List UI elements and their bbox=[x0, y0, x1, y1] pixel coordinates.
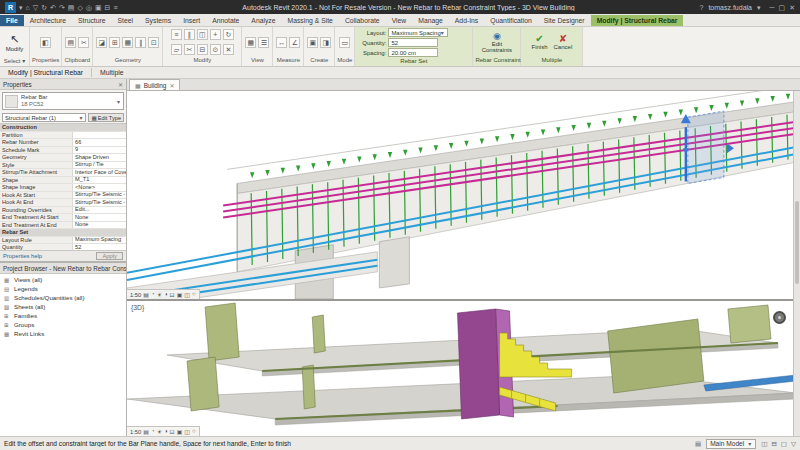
visual-style-icon[interactable]: ◔ bbox=[151, 291, 155, 298]
tree-item[interactable]: ▧ Sheets (all) bbox=[0, 302, 126, 311]
property-row[interactable]: Construction bbox=[0, 124, 126, 132]
open-icon[interactable]: ⌂ bbox=[26, 2, 30, 13]
close-icon[interactable]: ✕ bbox=[118, 81, 123, 88]
redo-icon[interactable]: ↷ bbox=[59, 2, 65, 13]
hide-icon[interactable]: ▦ bbox=[245, 37, 256, 48]
undo-icon[interactable]: ↶ bbox=[50, 2, 56, 13]
quantity-input[interactable]: 52 bbox=[388, 38, 438, 47]
worksets-icon[interactable]: ▤ bbox=[695, 440, 701, 448]
measure-icon[interactable]: ↔ bbox=[276, 37, 287, 48]
save-icon[interactable]: ▽ bbox=[33, 2, 38, 13]
editable-only-icon[interactable]: ◫ bbox=[761, 440, 767, 448]
tree-item[interactable]: ▤ Legends bbox=[0, 284, 126, 293]
pin-icon[interactable]: ⊙ bbox=[210, 44, 221, 55]
split-icon[interactable]: ⊟ bbox=[197, 44, 208, 55]
align-icon[interactable]: ≡ bbox=[171, 29, 182, 40]
paste-icon[interactable]: ▤ bbox=[65, 37, 76, 48]
mirror-icon[interactable]: ◫ bbox=[197, 29, 208, 40]
edit-constraints-button[interactable]: ◉ Edit Constraints bbox=[473, 27, 520, 57]
section-icon[interactable]: ⊟ bbox=[105, 2, 111, 13]
steering-wheel-icon[interactable] bbox=[773, 311, 786, 324]
ribbon-tab[interactable]: Massing & Site bbox=[282, 15, 339, 26]
beam-rebar-scene[interactable] bbox=[127, 91, 800, 299]
minimize-icon[interactable]: ─ bbox=[770, 2, 775, 13]
modify-button[interactable]: ↖ Modify bbox=[0, 27, 29, 57]
layout-dropdown[interactable]: Maximum Spacing▾ bbox=[388, 28, 447, 37]
detail-level-icon[interactable]: ▤ bbox=[143, 291, 149, 298]
ribbon-tab[interactable]: Architecture bbox=[24, 15, 72, 26]
type-selector[interactable]: Rebar Bar 18 PC52 ▾ bbox=[2, 92, 124, 110]
sun-path-icon[interactable]: ☀ bbox=[157, 291, 162, 298]
viewport-3d-default[interactable]: {3D} 1:50 ▤◔☀◑⊡▣◫○ bbox=[127, 301, 800, 436]
show-crop-icon[interactable]: ▣ bbox=[177, 428, 183, 435]
search-icon[interactable]: ? bbox=[700, 2, 704, 13]
ribbon-tab[interactable]: Collaborate bbox=[339, 15, 386, 26]
multiple-option[interactable]: Multiple bbox=[92, 69, 131, 76]
ribbon-tab[interactable]: View bbox=[386, 15, 413, 26]
temporary-hide-icon[interactable]: ◫ bbox=[184, 428, 190, 435]
ribbon-tab[interactable]: File bbox=[0, 15, 24, 26]
tag-icon[interactable]: ◎ bbox=[86, 2, 92, 13]
tree-item[interactable]: ⊞ Groups bbox=[0, 320, 126, 329]
beam-icon[interactable]: ▦ bbox=[122, 37, 133, 48]
reveal-hidden-icon[interactable]: ○ bbox=[192, 428, 196, 435]
ribbon-tab[interactable]: Insert bbox=[177, 15, 206, 26]
reveal-hidden-icon[interactable]: ○ bbox=[192, 291, 196, 298]
override-icon[interactable]: ☰ bbox=[258, 37, 269, 48]
revit-logo-icon[interactable]: R bbox=[5, 2, 16, 13]
ribbon-tab[interactable]: Annotate bbox=[206, 15, 245, 26]
group-icon[interactable]: ▣ bbox=[307, 37, 318, 48]
show-crop-icon[interactable]: ▣ bbox=[177, 291, 183, 298]
scale-button[interactable]: 1:50 bbox=[130, 429, 141, 435]
viewport-3d-building[interactable]: 1:50 ▤◔☀◑⊡▣◫○ bbox=[127, 91, 800, 301]
detail-level-icon[interactable]: ▤ bbox=[143, 428, 149, 435]
cope-icon[interactable]: ◪ bbox=[96, 37, 107, 48]
rotate-icon[interactable]: ↻ bbox=[223, 29, 234, 40]
scrollbar-thumb[interactable] bbox=[795, 201, 799, 284]
ribbon-tab[interactable]: Modify | Structural Rebar bbox=[591, 15, 684, 26]
edit-type-button[interactable]: ▦ Edit Type bbox=[88, 113, 124, 122]
tree-item[interactable]: ⊞ Families bbox=[0, 311, 126, 320]
array-icon[interactable]: ▱ bbox=[171, 44, 182, 55]
shadows-icon[interactable]: ◑ bbox=[164, 428, 168, 435]
properties-icon[interactable]: ◧ bbox=[40, 37, 51, 48]
spacing-input[interactable]: 20.00 cm bbox=[388, 48, 438, 57]
ribbon-tab[interactable]: Systems bbox=[139, 15, 177, 26]
finish-button[interactable]: ✔ Finish bbox=[532, 34, 548, 50]
measure-icon[interactable]: ◇ bbox=[77, 2, 82, 13]
ribbon-tab[interactable]: Quantification bbox=[484, 15, 538, 26]
visual-style-icon[interactable]: ◔ bbox=[151, 428, 155, 435]
scale-button[interactable]: 1:50 bbox=[130, 292, 141, 298]
tree-item[interactable]: ▥ Schedules/Quantities (all) bbox=[0, 293, 126, 302]
angle-icon[interactable]: ∠ bbox=[289, 37, 300, 48]
edit-sketch-icon[interactable]: ▭ bbox=[339, 37, 350, 48]
cut-icon[interactable]: ✂ bbox=[78, 37, 89, 48]
ribbon-tab[interactable]: Manage bbox=[412, 15, 449, 26]
maximize-icon[interactable]: ▢ bbox=[779, 2, 786, 13]
ribbon-tab[interactable]: Structure bbox=[72, 15, 112, 26]
app-menu-icon[interactable]: ▾ bbox=[19, 2, 23, 13]
ribbon-tab[interactable]: Analyze bbox=[245, 15, 281, 26]
building-3d-scene[interactable] bbox=[127, 301, 800, 436]
press-drag-icon[interactable]: ▢ bbox=[781, 440, 787, 448]
ribbon-tab[interactable]: Add-Ins bbox=[449, 15, 484, 26]
shadows-icon[interactable]: ◑ bbox=[164, 291, 168, 298]
filter-icon[interactable]: ▽ bbox=[791, 440, 796, 448]
property-row[interactable]: End Treatment At End None bbox=[0, 222, 126, 230]
join-icon[interactable]: ⊞ bbox=[109, 37, 120, 48]
offset-icon[interactable]: ∥ bbox=[135, 37, 146, 48]
signed-in-user[interactable]: tomasz.fudala bbox=[708, 4, 752, 11]
tree-item[interactable]: ▦ Views (all) bbox=[0, 275, 126, 284]
properties-header[interactable]: Properties ✕ bbox=[0, 79, 126, 90]
sync-icon[interactable]: ↻ bbox=[41, 2, 47, 13]
similar-icon[interactable]: ◨ bbox=[320, 37, 331, 48]
tree-item[interactable]: ▦ Revit Links bbox=[0, 329, 126, 338]
temporary-hide-icon[interactable]: ◫ bbox=[184, 291, 190, 298]
ribbon-tab[interactable]: Site Designer bbox=[538, 15, 591, 26]
cancel-button[interactable]: ✘ Cancel bbox=[554, 34, 573, 50]
paint-icon[interactable]: ⊡ bbox=[148, 37, 159, 48]
crop-view-icon[interactable]: ⊡ bbox=[170, 428, 175, 435]
exclude-options-icon[interactable]: ⊟ bbox=[771, 440, 776, 448]
ribbon-tab[interactable]: Steel bbox=[112, 15, 140, 26]
active-workset-dropdown[interactable]: Main Model ▾ bbox=[706, 439, 756, 449]
